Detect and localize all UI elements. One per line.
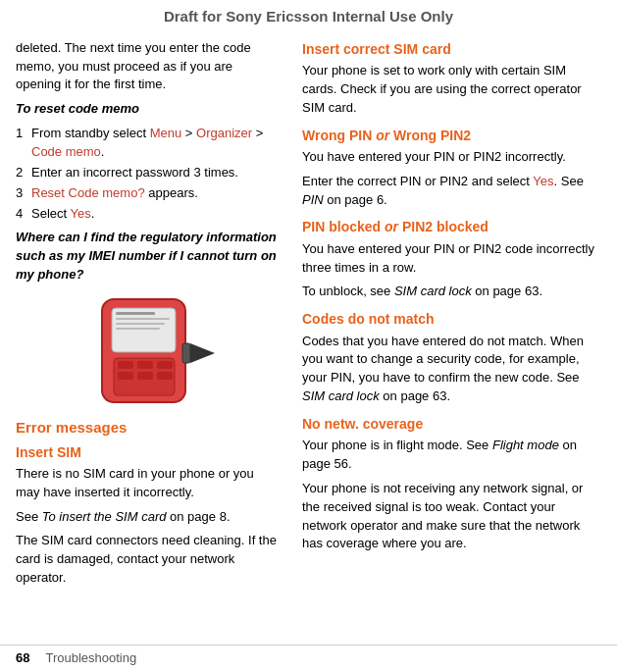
right-section-1-heading: Wrong PIN or Wrong PIN2 [302,126,603,145]
insert-sim-heading: Insert SIM [16,442,281,462]
intro-text: deleted. The next time you enter the cod… [16,39,281,95]
insert-sim-text1: There is no SIM card in your phone or yo… [16,465,281,502]
phone-illustration [73,294,225,407]
step-4: 4 Select Yes. [16,205,281,224]
right-section-1-text1: You have entered your PIN or PIN2 incorr… [302,148,603,167]
step-3: 3 Reset Code memo? appears. [16,184,281,203]
right-section-0-text: Your phone is set to work only with cert… [302,62,603,118]
right-column: Insert correct SIM card Your phone is se… [294,31,617,601]
right-section-4-text2: Your phone is not receiving any network … [302,480,603,553]
phone-image [16,294,281,407]
page-number: 68 [16,649,29,668]
right-section-2-heading: PIN blocked or PIN2 blocked [302,217,603,236]
svg-rect-14 [182,343,190,363]
right-section-2-text1: You have entered your PIN or PIN2 code i… [302,240,603,278]
svg-rect-11 [137,372,153,380]
page-footer: 68 Troubleshooting [0,645,617,672]
right-section-1-text2: Enter the correct PIN or PIN2 and select… [302,173,603,210]
step-2: 2 Enter an incorrect password 3 times. [16,164,281,182]
insert-sim-text3: The SIM card connectors need cleaning. I… [16,532,281,588]
svg-rect-2 [116,312,155,315]
insert-sim-text2: See To insert the SIM card on page 8. [16,508,281,527]
reset-heading: To reset code memo [16,100,281,119]
svg-marker-13 [190,343,215,363]
right-section-3-text: Codes that you have entered do not match… [302,333,603,406]
svg-rect-12 [157,372,173,380]
page-header: Draft for Sony Ericsson Internal Use Onl… [0,0,617,31]
svg-rect-7 [118,361,133,369]
step-1: 1 From standby select Menu > Organizer >… [16,125,281,162]
left-column: deleted. The next time you enter the cod… [0,31,294,601]
svg-rect-3 [116,318,170,320]
right-section-4-heading: No netw. coverage [302,414,603,434]
svg-rect-5 [116,328,160,330]
right-section-2-text2: To unblock, see SIM card lock on page 63… [302,283,603,301]
svg-rect-9 [157,361,173,369]
svg-rect-4 [116,323,165,325]
right-section-0-heading: Insert correct SIM card [302,39,603,59]
right-section-3-heading: Codes do not match [302,309,603,329]
error-messages-heading: Error messages [16,417,281,439]
svg-rect-8 [137,361,153,369]
footer-section-label: Troubleshooting [45,649,136,668]
question-heading: Where can I find the regulatory informat… [16,229,281,284]
steps-list: 1 From standby select Menu > Organizer >… [16,125,281,223]
svg-rect-10 [118,372,133,380]
right-section-4-text1: Your phone is in flight mode. See Flight… [302,437,603,474]
